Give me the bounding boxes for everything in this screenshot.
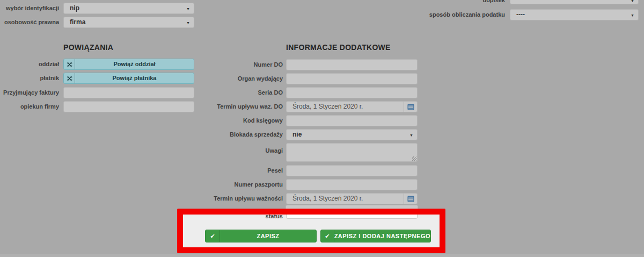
informacje-heading: INFORMACJE DODATKOWE xyxy=(286,43,391,52)
seria-do-input[interactable] xyxy=(286,87,418,98)
dopisek-select[interactable]: ▼ xyxy=(510,0,639,4)
numer-paszportu-label: Numer paszportu xyxy=(161,179,283,190)
calendar-icon xyxy=(407,195,414,202)
uwagi-label: Uwagi xyxy=(161,145,283,156)
wybor-identyfikacji-label: wybór identyfikacji xyxy=(0,3,59,14)
powiazania-heading: POWIĄZANIA xyxy=(63,43,113,52)
calendar-button[interactable] xyxy=(404,102,417,112)
chevron-down-icon: ▼ xyxy=(631,13,634,17)
termin-waznosci-label: Termin upływu ważności xyxy=(161,193,283,204)
organ-wydajacy-input[interactable] xyxy=(286,73,418,84)
osobowosc-prawna-value: firma xyxy=(64,17,194,27)
termin-waznosci-value: Środa, 1 Styczeń 2020 r. xyxy=(287,194,417,204)
seria-do-label: Seria DO xyxy=(161,87,283,98)
chevron-down-icon: ▼ xyxy=(409,133,413,137)
termin-waz-do-value: Środa, 1 Styczeń 2020 r. xyxy=(287,102,417,112)
sposob-obliczania-select[interactable]: ---- ▼ xyxy=(510,9,639,20)
highlight-box xyxy=(177,209,445,253)
przyjmujacy-faktury-label: Przyjmujący faktury xyxy=(0,87,59,98)
numer-do-input[interactable] xyxy=(286,59,418,70)
chevron-down-icon: ▼ xyxy=(186,20,190,24)
uwagi-textarea[interactable] xyxy=(286,143,418,162)
kod-ksiegowy-input[interactable] xyxy=(286,115,418,126)
shuffle-icon xyxy=(64,73,75,83)
termin-waz-do-datepicker[interactable]: Środa, 1 Styczeń 2020 r. xyxy=(286,101,418,112)
wybor-identyfikacji-select[interactable]: nip ▼ xyxy=(63,3,194,14)
termin-waznosci-datepicker[interactable]: Środa, 1 Styczeń 2020 r. xyxy=(286,193,418,204)
shuffle-icon xyxy=(64,59,75,69)
numer-do-label: Numer DO xyxy=(161,59,283,70)
numer-paszportu-input[interactable] xyxy=(286,179,418,190)
termin-waz-do-label: Termin upływu waz. DO xyxy=(161,101,283,112)
opiekun-firmy-label: opiekun firmy xyxy=(0,101,59,112)
sposob-obliczania-value: ---- xyxy=(510,10,638,20)
kod-ksiegowy-label: Kod księgowy xyxy=(161,115,283,126)
osobowosc-prawna-select[interactable]: firma ▼ xyxy=(63,17,194,28)
resize-handle[interactable] xyxy=(412,156,417,161)
blokada-sprzedazy-value: nie xyxy=(287,130,417,140)
wybor-identyfikacji-value: nip xyxy=(64,3,194,13)
pesel-label: Pesel xyxy=(161,165,283,176)
bottom-strip xyxy=(0,254,644,257)
sposob-obliczania-label: sposób obliczania podatku xyxy=(376,9,505,20)
calendar-icon xyxy=(407,103,414,110)
organ-wydajacy-label: Organ wydający xyxy=(161,73,283,84)
form-screen: wybór identyfikacji nip ▼ osobowość praw… xyxy=(0,0,644,257)
dopisek-label: dopisek xyxy=(402,0,505,6)
oddzial-label: oddział xyxy=(0,59,59,70)
blokada-sprzedazy-select[interactable]: nie ▼ xyxy=(286,129,418,140)
blokada-sprzedazy-label: Blokada sprzedaży xyxy=(161,129,283,140)
osobowosc-prawna-label: osobowość prawna xyxy=(0,17,59,28)
platnik-label: płatnik xyxy=(0,73,59,84)
calendar-button[interactable] xyxy=(404,194,417,204)
chevron-down-icon: ▼ xyxy=(186,6,190,10)
chevron-down-icon: ▼ xyxy=(631,0,634,3)
pesel-input[interactable] xyxy=(286,165,418,176)
